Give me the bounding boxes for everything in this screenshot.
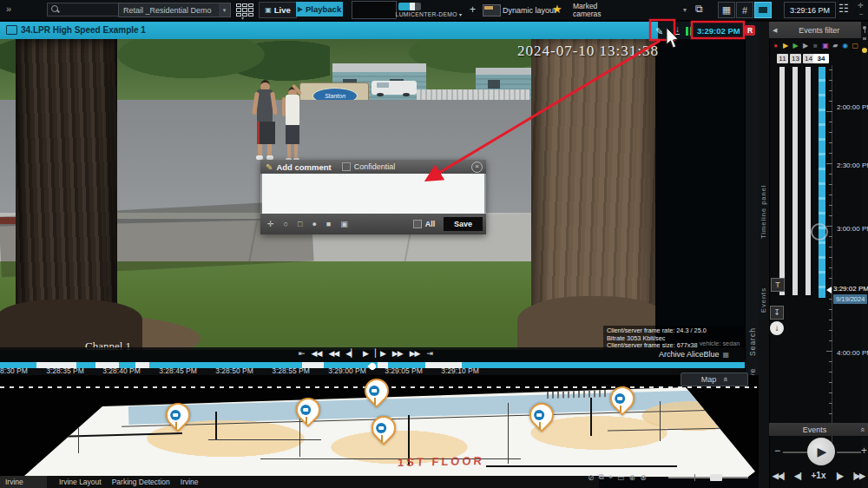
timeline-label: 3:28:50 PM <box>215 366 253 375</box>
play-button[interactable]: ▶ <box>807 438 835 465</box>
video-transport-button-1[interactable]: ◀◀ <box>312 349 322 358</box>
bottom-tab-bar: IrvineIrvine LayoutParking DetectionIrvi… <box>0 476 599 488</box>
camera-pin-icon <box>300 405 311 415</box>
rect-tool-icon[interactable]: □ <box>298 220 302 228</box>
hash-view-icon[interactable]: # <box>736 2 753 18</box>
bottom-tab-irvine[interactable]: Irvine <box>175 476 204 488</box>
expand-panel-chevron[interactable]: » <box>6 3 11 14</box>
step-forward-button[interactable]: |▶ <box>836 472 842 480</box>
org-tree-icon[interactable]: ⧉ <box>695 3 703 15</box>
confidential-checkbox[interactable] <box>342 162 351 171</box>
server-caret-icon[interactable]: ▾ <box>459 12 462 17</box>
all-checkbox[interactable] <box>413 220 422 228</box>
camera-title-bar[interactable]: 34.LPR High Speed Example 1 ✎ ↓ 3:29:02 … <box>0 22 759 39</box>
live-tab-label: Live <box>274 5 291 15</box>
layout-preset-dropdown[interactable]: Retail _Residential Demo ▾ <box>118 3 231 17</box>
light-cone <box>286 423 512 484</box>
add-layout-button[interactable]: + <box>470 3 476 16</box>
tab-search[interactable]: Search <box>748 308 757 356</box>
download-icon[interactable]: ↓ <box>675 25 680 35</box>
speed-minus-button[interactable]: − <box>774 445 780 457</box>
map-panel[interactable]: 1ST FLOOR ⊘⧉⌖▭⊕⊗ <box>0 375 759 476</box>
archive-label[interactable]: Archive AliceBlue <box>659 350 720 359</box>
network-icon[interactable]: ⊕ <box>629 473 636 482</box>
playhead-time: 3:29:02 PM <box>833 285 868 293</box>
video-transport-button-6[interactable]: ▶▶ <box>392 349 403 358</box>
camera-off-icon[interactable]: ⊘ <box>588 473 595 482</box>
video-transport-button-5[interactable]: ▏▶ <box>375 349 385 358</box>
video-transport-button-2[interactable]: ◀◀ <box>328 349 339 358</box>
recording-badge: R <box>745 25 755 36</box>
map-panel-button[interactable]: Map « <box>681 373 748 386</box>
table-view-icon[interactable]: ▦ <box>718 2 735 18</box>
toolbar-caret-icon[interactable]: ▾ <box>683 6 687 14</box>
clock-display: 3:29:16 PM <box>784 2 836 18</box>
osd-timestamp: 2024-07-10 13:31:38 <box>517 43 659 60</box>
map-zoom-handle[interactable] <box>710 474 722 481</box>
bottom-tab-irvine[interactable]: Irvine <box>0 476 47 488</box>
pedestrian-woman <box>279 85 306 163</box>
save-button[interactable]: Save <box>444 217 483 231</box>
playback-tab[interactable]: ▶ Playback <box>296 2 343 16</box>
collapse-chevrons-icon[interactable]: « <box>858 427 866 432</box>
seek-forward-button[interactable]: |▶▶ <box>853 472 865 480</box>
filled-circle-tool-icon[interactable]: ● <box>312 220 316 228</box>
events-section-header[interactable]: Events « <box>769 423 868 436</box>
speed-track-left[interactable] <box>783 452 807 453</box>
marked-cameras-star-icon[interactable]: ★ <box>552 3 562 16</box>
comment-text-area[interactable] <box>262 174 484 214</box>
live-tab[interactable]: ▣ Live <box>259 2 297 18</box>
video-transport-button-7[interactable]: ▶▶ <box>410 349 420 358</box>
timeline-label: 3:28:55 PM <box>272 366 309 375</box>
speed-plus-button[interactable]: + <box>861 445 867 457</box>
dropdown-caret-icon[interactable]: ▾ <box>219 3 230 16</box>
map-zoom-slider[interactable] <box>668 477 748 478</box>
comment-annotation-icon[interactable]: ✎ <box>655 26 663 37</box>
step-back-button[interactable]: ◀| <box>794 472 800 480</box>
collapse-toolbar-icon[interactable]: − <box>859 10 864 18</box>
white-truck <box>372 81 417 95</box>
map-panel-label: Map <box>701 375 717 384</box>
server-toggle[interactable] <box>398 3 421 10</box>
camera-pin-icon <box>615 393 625 404</box>
timeline-strip[interactable]: 3:28:30 PM3:28:35 PM3:28:40 PM3:28:45 PM… <box>0 362 745 375</box>
playback-tab-label: Playback <box>306 4 341 14</box>
timeline-label: 3:29:00 PM <box>328 366 365 375</box>
timeline-label: 3:28:45 PM <box>159 366 196 375</box>
camera-pin-icon <box>534 410 544 420</box>
filled-rect-tool-icon[interactable]: ■ <box>326 220 331 228</box>
speed-track-right[interactable] <box>837 452 861 453</box>
grid-layout-icon[interactable] <box>236 3 253 16</box>
download-circle-button[interactable]: ↓ <box>770 321 784 335</box>
seek-back-button[interactable]: ◀◀| <box>773 472 784 480</box>
dynamic-layout-label[interactable]: Dynamic layout <box>503 6 556 15</box>
archive-icon[interactable]: ▦ <box>722 351 729 359</box>
bottom-tab-irvine-layout[interactable]: Irvine Layout <box>54 476 107 488</box>
video-transport-button-8[interactable]: ⇥ <box>427 349 433 358</box>
text-overlay-tool[interactable]: T <box>771 278 785 292</box>
marked-cameras-label[interactable]: Marked cameras <box>573 3 611 17</box>
image-tool-icon[interactable]: ▣ <box>340 220 348 228</box>
grid-caret-icon[interactable]: ▾ <box>241 15 244 21</box>
close-icon[interactable]: × <box>471 162 483 173</box>
layers-icon[interactable]: ⧉ <box>599 472 604 482</box>
video-transport-button-4[interactable]: ▶ <box>363 349 368 358</box>
monitor-view-icon[interactable] <box>754 2 772 18</box>
timeline-label: 3:28:40 PM <box>102 366 140 375</box>
target-icon[interactable]: ⌖ <box>608 472 613 482</box>
video-transport-button-3[interactable]: ◀▏ <box>345 349 356 358</box>
timeline-label: 3:29:10 PM <box>441 366 478 375</box>
circle-tool-icon[interactable]: ○ <box>284 220 288 228</box>
mute-icon[interactable]: ⊗ <box>640 473 647 482</box>
dynamic-layout-icon[interactable] <box>483 4 501 16</box>
chat-icon[interactable]: ▭ <box>617 473 625 482</box>
timezone-globe-icon[interactable]: ☷ <box>838 2 849 15</box>
bottom-tab-parking-detection[interactable]: Parking Detection <box>107 476 175 488</box>
video-transport-button-0[interactable]: ⇤ <box>299 349 305 358</box>
pin-toolbar-icon[interactable]: ✛ <box>858 2 864 10</box>
pause-icon[interactable] <box>686 27 694 36</box>
move-tool-icon[interactable]: ✛ <box>267 220 274 228</box>
export-tool[interactable]: ↧ <box>770 306 784 320</box>
dialog-header[interactable]: ✎ Add comment Confidential × <box>260 160 486 174</box>
play-icon: ▶ <box>818 445 827 458</box>
